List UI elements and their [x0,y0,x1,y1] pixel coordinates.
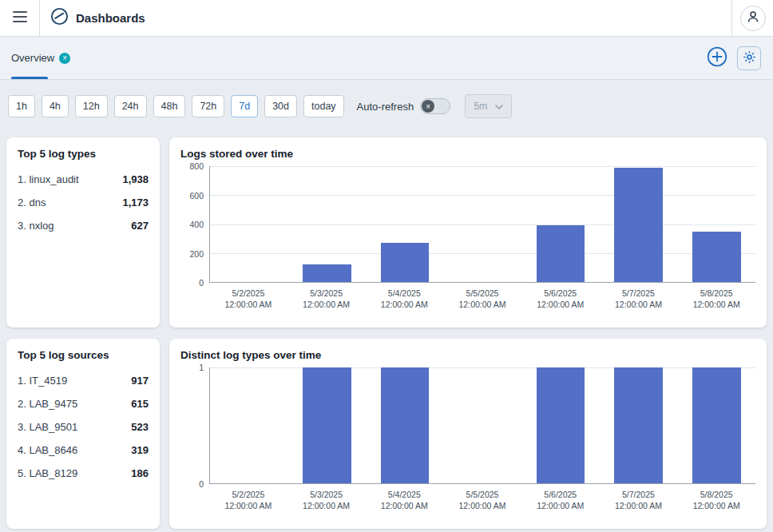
list-item[interactable]: 1. IT_4519 917 [18,369,149,392]
list-item[interactable]: 2. LAB_9475 615 [18,392,149,415]
x-tick-label: 5/8/2025 12:00:00 AM [677,489,755,513]
bars-row [210,367,755,483]
user-avatar-button[interactable] [740,6,766,31]
sidebar-toggle-button[interactable] [0,0,40,36]
bar[interactable] [692,232,740,282]
bar[interactable] [303,264,351,282]
refresh-interval-select[interactable]: 5m [465,94,511,118]
time-range-button[interactable]: 7d [231,95,258,117]
add-page-button[interactable] [707,46,727,69]
x-tick-label: 5/7/2025 12:00:00 AM [600,288,678,312]
bar-slot [288,367,367,483]
auto-refresh-label: Auto-refresh [357,101,414,113]
plus-circle-icon [707,46,727,69]
chart-plot-area [209,166,755,283]
distinct-log-types-chart: 01 5/2/2025 12:00:00 AM5/3/2025 12:00:00… [180,367,755,513]
toggle-knob-off-icon: × [422,100,434,113]
x-tick-label: 5/3/2025 12:00:00 AM [287,489,366,513]
time-range-button[interactable]: today [303,95,344,117]
bar-slot [521,166,600,282]
bar[interactable] [537,225,585,282]
x-tick-label: 5/3/2025 12:00:00 AM [287,288,366,312]
list-item[interactable]: 4. LAB_8646 319 [18,439,149,462]
x-tick-label: 5/8/2025 12:00:00 AM [677,288,755,312]
bar-slot [288,166,367,282]
bar[interactable] [381,367,429,483]
bars-row [210,166,755,282]
x-tick-label: 5/6/2025 12:00:00 AM [521,288,600,312]
x-tick-label: 5/4/2025 12:00:00 AM [365,288,443,312]
time-range-button[interactable]: 24h [114,95,147,117]
bar-slot [444,166,522,282]
time-range-button[interactable]: 4h [42,95,69,117]
user-icon [746,10,760,26]
item-value: 1,173 [122,197,149,208]
page-title: Dashboards [76,11,145,25]
bar[interactable] [692,367,740,483]
x-tick-label: 5/7/2025 12:00:00 AM [600,489,678,513]
top-bar: Dashboards [0,0,773,37]
item-value: 1,938 [122,173,149,185]
logs-stored-card: Logs stored over time 0200400600800 5/2/… [169,137,767,328]
y-tick-label: 600 [189,191,204,200]
list-item[interactable]: 3. nxlog 627 [18,214,149,237]
y-axis-labels: 0200400600800 [180,166,209,283]
chart-plot-area [209,367,755,484]
x-tick-label: 5/5/2025 12:00:00 AM [443,489,521,513]
y-axis-labels: 01 [180,367,209,484]
auto-refresh-toggle[interactable]: × [420,98,450,114]
bar[interactable] [303,367,351,483]
item-label: 3. nxlog [18,220,54,232]
item-label: 1. linux_audit [18,173,79,185]
item-label: 4. LAB_8646 [18,444,77,456]
bar[interactable] [614,168,662,282]
tab-bar: Overview × [0,37,773,80]
settings-button[interactable] [737,46,761,70]
tab-overview[interactable]: Overview × [0,37,78,79]
item-value: 186 [131,467,149,479]
list-item[interactable]: 3. LAB_9501 523 [18,415,149,439]
app-logo-icon [50,7,69,29]
time-range-button[interactable]: 12h [75,95,108,117]
bar[interactable] [614,367,662,483]
bar-slot [521,367,600,483]
bar-slot [366,367,444,483]
item-value: 523 [131,421,149,433]
time-range-button[interactable]: 30d [264,95,297,117]
x-tick-label: 5/2/2025 12:00:00 AM [209,288,287,312]
tab-close-icon[interactable]: × [59,53,70,64]
bar-slot [600,166,678,282]
top-log-types-card: Top 5 log types 1. linux_audit 1,938 2. … [6,137,160,328]
x-tick-label: 5/2/2025 12:00:00 AM [209,489,287,513]
list-item[interactable]: 2. dns 1,173 [18,191,149,214]
x-axis-labels: 5/2/2025 12:00:00 AM5/3/2025 12:00:00 AM… [209,484,755,513]
x-axis-labels: 5/2/2025 12:00:00 AM5/3/2025 12:00:00 AM… [209,283,755,312]
card-title: Top 5 log sources [18,349,149,361]
item-value: 319 [131,444,149,456]
active-tab-indicator [11,77,48,79]
item-label: 3. LAB_9501 [18,421,77,433]
bar-slot [210,367,288,483]
app-root: Dashboards Overview × [0,0,773,529]
bar[interactable] [537,367,585,483]
time-range-button[interactable]: 48h [153,95,186,117]
hamburger-menu-icon [12,10,28,26]
list-item[interactable]: 5. LAB_8129 186 [18,462,149,485]
bar-slot [444,367,522,483]
time-range-button[interactable]: 1h [8,95,35,117]
dashboard-content: 1h 4h 12h 24h 48h 72h 7d 30d today Auto-… [0,80,773,529]
user-area [731,0,773,36]
time-range-button[interactable]: 72h [192,95,224,117]
log-types-list: 1. linux_audit 1,938 2. dns 1,173 3. nxl… [18,168,149,237]
brand: Dashboards [50,7,145,29]
list-item[interactable]: 1. linux_audit 1,938 [18,168,149,191]
bar[interactable] [381,243,429,282]
tab-overview-label: Overview [11,52,54,64]
item-label: 2. dns [18,197,46,208]
logs-stored-chart: 0200400600800 5/2/2025 12:00:00 AM5/3/20… [180,166,755,312]
bar-slot [366,166,444,282]
gear-icon [743,50,756,66]
bar-slot [210,166,288,282]
y-tick-label: 0 [199,479,204,489]
item-value: 615 [131,398,149,410]
